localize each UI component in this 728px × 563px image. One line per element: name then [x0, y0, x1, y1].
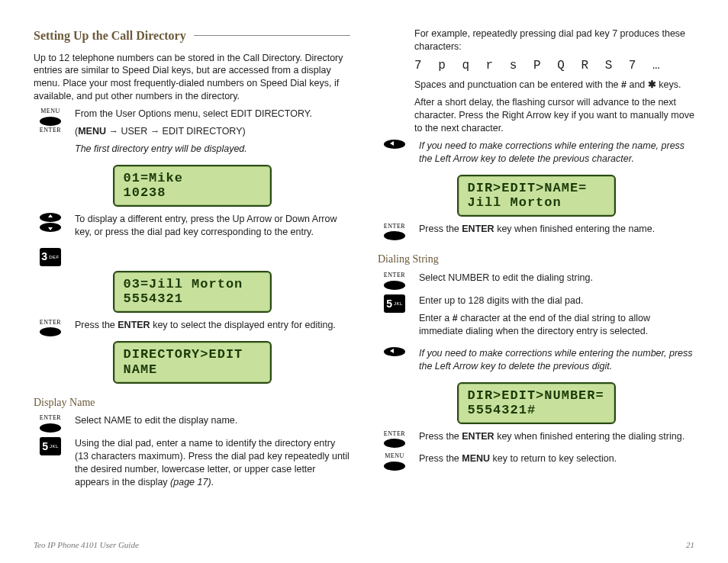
page-footer: Teo IP Phone 4101 User Guide 21	[34, 539, 694, 551]
manual-page: Setting Up the Call Directory Up to 12 t…	[0, 0, 728, 563]
right-column: For example, repeatedly pressing dial pa…	[378, 27, 694, 498]
ds-step1: Select NUMBER to edit the dialing string…	[419, 272, 694, 285]
title-rule	[194, 35, 350, 36]
char-sequence: 7 p q r s P Q R S 7 …	[414, 58, 694, 75]
arrow-keys-icon	[34, 213, 67, 232]
step-select-edit-directory: MENU ENTER From the User Options menu, s…	[34, 108, 350, 160]
enter-icon: ENTER	[34, 319, 67, 337]
lcd-edit-number: DIR>EDIT>NUMBER= 5554321#	[378, 382, 694, 424]
enter-icon-2: ENTER	[34, 414, 67, 433]
menu-label: MENU	[40, 108, 60, 116]
menu-key-icon	[40, 117, 61, 126]
lcd-entry-03: 03=Jill Morton 5554321	[34, 271, 350, 313]
keycap-5-icon: 5 JKL	[40, 437, 61, 455]
step-enter-finish-name: ENTER Press the ENTER key when finished …	[378, 223, 694, 241]
step-left-arrow-number: If you need to make corrections while en…	[378, 347, 694, 378]
ds-enter-text: Press the ENTER key when finished enteri…	[419, 430, 694, 443]
step-navigate-entries: To display a different entry, press the …	[34, 213, 350, 243]
example-intro: For example, repeatedly pressing dial pa…	[414, 27, 694, 53]
spaces-punct: Spaces and punctuation can be entered wi…	[414, 79, 694, 92]
step-enter-digits: 5 JKL Enter up to 128 digits with the di…	[378, 294, 694, 343]
step3-text: Press the ENTER key to select the displa…	[75, 319, 350, 332]
step-menu-return: MENU Press the MENU key to return to key…	[378, 452, 694, 471]
enter-key-icon	[384, 231, 405, 240]
enter-key-icon	[384, 439, 405, 448]
ds-step2b: Enter a # character at the end of the di…	[419, 312, 694, 338]
menu-enter-icon-stack: MENU ENTER	[34, 108, 67, 135]
enter-key-icon	[40, 423, 61, 433]
step-select-number: ENTER Select NUMBER to edit the dialing …	[378, 272, 694, 290]
enter-name-text: Press the ENTER key when finished enteri…	[419, 223, 694, 236]
step-enter-finish-number: ENTER Press the ENTER key when finished …	[378, 430, 694, 449]
step2-text: To display a different entry, press the …	[75, 213, 350, 239]
left-arrow-icon	[384, 347, 405, 356]
section-title: Setting Up the Call Directory	[34, 27, 350, 44]
keycap-3-icon: 3 DEF	[40, 248, 61, 266]
leftarrow-name-note: If you need to make corrections while en…	[419, 140, 694, 166]
step1-note: The first directory entry will be displa…	[75, 143, 350, 156]
step-dialpad-3: 3 DEF	[34, 248, 350, 266]
lcd-edit-name: DIR>EDIT>NAME= Jill Morton	[378, 175, 694, 217]
intro-paragraph: Up to 12 telephone numbers can be stored…	[34, 52, 350, 104]
left-column: Setting Up the Call Directory Up to 12 t…	[34, 27, 350, 498]
menu-key-icon	[384, 462, 405, 471]
footer-title: Teo IP Phone 4101 User Guide	[34, 539, 139, 551]
enter-key-icon	[384, 281, 405, 290]
enter-key-icon	[40, 327, 61, 336]
dn-step1: Select NAME to edit the display name.	[75, 414, 350, 427]
down-arrow-icon	[40, 223, 61, 232]
step-select-name: ENTER Select NAME to edit the display na…	[34, 414, 350, 433]
step1-text: From the User Options menu, select EDIT …	[75, 108, 350, 121]
cursor-advance: After a short delay, the flashing cursor…	[414, 96, 694, 135]
step-left-arrow-name: If you need to make corrections while en…	[378, 140, 694, 170]
left-arrow-icon	[384, 140, 405, 149]
lcd-directory-edit: DIRECTORY>EDIT NAME	[34, 341, 350, 383]
dn-step2: Using the dial pad, enter a name to iden…	[75, 437, 350, 489]
step-enter-select: ENTER Press the ENTER key to select the …	[34, 319, 350, 337]
up-arrow-icon	[40, 213, 61, 222]
display-name-heading: Display Name	[34, 396, 350, 410]
page-number: 21	[686, 539, 694, 551]
step-enter-name: 5 JKL Using the dial pad, enter a name t…	[34, 437, 350, 494]
section-title-text: Setting Up the Call Directory	[34, 27, 186, 44]
leftarrow-number-note: If you need to make corrections while en…	[419, 347, 694, 373]
enter-label: ENTER	[40, 127, 61, 135]
step1-path: (MENU → USER → EDIT DIRECTORY)	[75, 125, 350, 138]
lcd-entry-01: 01=Mike 10238	[34, 165, 350, 207]
ds-step2a: Enter up to 128 digits with the dial pad…	[419, 294, 694, 307]
keycap-5-icon: 5 JKL	[384, 294, 405, 313]
ds-menu-text: Press the MENU key to return to key sele…	[419, 452, 694, 465]
dialing-string-heading: Dialing String	[378, 253, 694, 267]
